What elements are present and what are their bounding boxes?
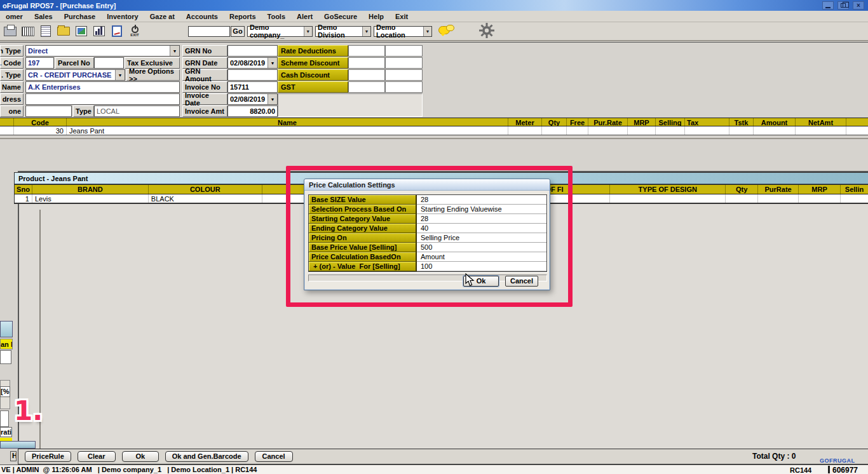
dlg-value-plus-minus-value[interactable]: 100 xyxy=(417,262,546,271)
grn-amount-field[interactable] xyxy=(227,69,278,81)
search-input[interactable] xyxy=(188,26,230,37)
invoice-date-value: 02/08/2019 xyxy=(230,95,265,103)
chart-button[interactable] xyxy=(92,24,107,38)
menu-help[interactable]: Help xyxy=(363,11,390,22)
left-fragment-field[interactable] xyxy=(0,350,11,364)
items-col-free[interactable]: Free xyxy=(567,118,588,126)
dlg-value-base-size[interactable]: 28 xyxy=(417,195,546,205)
dlg-value-base-price[interactable]: 500 xyxy=(417,243,546,252)
grn-no-field[interactable] xyxy=(227,45,278,57)
dist-code-field[interactable]: 197 xyxy=(25,57,54,69)
items-col-tstk[interactable]: Tstk xyxy=(729,118,754,126)
dlg-value-selection-process[interactable]: Starting Ending Valuewise xyxy=(417,205,546,214)
price-rule-button[interactable]: PriceRule xyxy=(25,451,71,462)
dist-code-label: t. Code xyxy=(0,57,24,69)
items-col-pur-rate[interactable]: Pur.Rate xyxy=(588,118,628,126)
print-button[interactable] xyxy=(3,24,18,38)
open-button[interactable] xyxy=(56,24,71,38)
menu-reports[interactable]: Reports xyxy=(224,11,262,22)
close-button[interactable]: × xyxy=(853,1,864,10)
cash-discount-cell-2[interactable] xyxy=(385,69,423,81)
items-col-tax[interactable]: Tax xyxy=(685,118,729,126)
image-button[interactable] xyxy=(74,24,89,38)
settings-button[interactable] xyxy=(479,23,494,39)
product-col-brand[interactable]: BRAND xyxy=(32,185,149,194)
dist-name-value: A.K Enterprises xyxy=(28,83,81,91)
division-select[interactable]: Demo Division ▼ xyxy=(315,26,371,37)
rate-deductions-cell-1[interactable] xyxy=(348,45,385,57)
go-button[interactable]: Go xyxy=(231,26,245,37)
dialog-cancel-button[interactable]: Cancel xyxy=(505,276,538,287)
chat-button[interactable] xyxy=(438,24,454,38)
menu-gosecure[interactable]: GoSecure xyxy=(318,11,363,22)
product-col-pur-rate[interactable]: PurRate xyxy=(758,185,799,194)
product-col-colour[interactable]: COLOUR xyxy=(149,185,262,194)
trn-type-select[interactable]: Direct▼ xyxy=(25,45,180,57)
menu-alert[interactable]: Alert xyxy=(291,11,318,22)
phone-field[interactable] xyxy=(25,105,72,117)
barcode-button[interactable] xyxy=(20,24,36,38)
cash-discount-cell-1[interactable] xyxy=(348,69,385,81)
menu-tools[interactable]: Tools xyxy=(262,11,292,22)
menu-purchase[interactable]: Purchase xyxy=(58,11,102,22)
items-col-blank xyxy=(0,118,14,126)
clear-button[interactable]: Clear xyxy=(78,451,116,462)
type-field[interactable]: LOCAL xyxy=(94,105,180,117)
dlg-value-ending-category[interactable]: 40 xyxy=(417,224,546,233)
dlg-value-pricing-on[interactable]: Selling Price xyxy=(417,233,546,243)
menu-gaze-at[interactable]: Gaze at xyxy=(144,11,180,22)
invoice-no-field[interactable]: 15711 xyxy=(227,81,278,93)
items-col-code[interactable]: Code xyxy=(14,118,67,126)
report-button[interactable] xyxy=(109,24,125,38)
restore-button[interactable] xyxy=(837,1,849,10)
location-select[interactable]: Demo Location ▼ xyxy=(374,26,432,37)
product-col-mrp[interactable]: MRP xyxy=(799,185,841,194)
ok-button[interactable]: Ok xyxy=(122,451,159,462)
dlg-value-calc-based-on[interactable]: Amount xyxy=(417,252,546,262)
dist-code-value: 197 xyxy=(28,59,39,67)
product-col-sno[interactable]: Sno xyxy=(15,185,32,194)
company-select[interactable]: Demo company_ ▼ xyxy=(247,26,313,37)
product-col-qty[interactable]: Qty xyxy=(726,185,758,194)
invoice-date-select[interactable]: 02/08/2019▼ xyxy=(227,93,278,105)
grn-date-select[interactable]: 02/08/2019▼ xyxy=(227,57,278,69)
exit-button[interactable]: EXIT xyxy=(127,24,142,38)
items-col-amount[interactable]: Amount xyxy=(754,118,796,126)
menu-inventory[interactable]: Inventory xyxy=(101,11,144,22)
menu-sales[interactable]: Sales xyxy=(29,11,58,22)
invoice-amt-field[interactable]: 8820.00 xyxy=(227,105,278,117)
address-field[interactable] xyxy=(25,93,180,105)
gst-cell-2[interactable] xyxy=(385,81,423,93)
items-col-selling[interactable]: Selling xyxy=(656,118,685,126)
left-fragment-field-2[interactable] xyxy=(0,410,9,427)
scheme-discount-cell-1[interactable] xyxy=(348,57,385,69)
parcel-no-field[interactable] xyxy=(94,57,124,69)
menu-accounts[interactable]: Accounts xyxy=(180,11,224,22)
product-col-type-of-design[interactable]: TYPE OF DESIGN xyxy=(610,185,726,194)
menu-exit[interactable]: Exit xyxy=(390,11,414,22)
product-col-selling[interactable]: Sellin xyxy=(841,185,868,194)
minimize-icon xyxy=(825,7,831,8)
pur-type-select[interactable]: CR - CREDIT PURCHASE▼ xyxy=(25,69,125,81)
items-col-qty[interactable]: Qty xyxy=(542,118,567,126)
items-col-netamt[interactable]: NetAmt xyxy=(796,118,846,126)
dlg-value-starting-category[interactable]: 28 xyxy=(417,214,546,224)
ok-and-gen-barcode-button[interactable]: Ok and Gen.Barcode xyxy=(165,451,248,462)
more-options-button[interactable]: More Options >> xyxy=(126,69,180,81)
minimize-button[interactable] xyxy=(822,1,834,10)
total-qty-label: Total Qty : 0 xyxy=(752,452,796,461)
dialog-title[interactable]: Price Calculation Settings xyxy=(304,179,550,191)
scheme-discount-cell-2[interactable] xyxy=(385,57,423,69)
gst-cell-1[interactable] xyxy=(348,81,385,93)
rate-deductions-cell-2[interactable] xyxy=(385,45,423,57)
items-col-name[interactable]: Name xyxy=(67,118,508,126)
list-button[interactable] xyxy=(38,24,53,38)
report-icon xyxy=(112,25,122,37)
dist-name-field[interactable]: A.K Enterprises xyxy=(25,81,180,93)
items-col-meter[interactable]: Meter xyxy=(508,118,542,126)
cash-discount-label: Cash Discount xyxy=(278,69,348,81)
items-row-1[interactable]: 30 Jeans Pant xyxy=(0,126,868,135)
items-col-mrp[interactable]: MRP xyxy=(628,118,656,126)
cancel-button[interactable]: Cancel xyxy=(255,451,293,462)
menu-customer[interactable]: omer xyxy=(0,11,29,22)
